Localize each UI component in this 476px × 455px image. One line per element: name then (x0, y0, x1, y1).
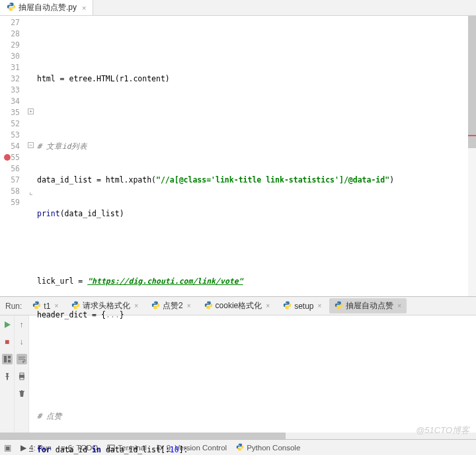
python-file-icon (7, 2, 16, 13)
stop-icon[interactable]: ■ (2, 337, 13, 347)
code-area[interactable]: html = etree.HTML(r1.content) # 文章id列表 d… (36, 16, 476, 296)
run-toolbar-right: ↑ ↓ (15, 315, 29, 439)
svg-rect-2 (8, 360, 11, 362)
up-icon[interactable]: ↑ (17, 319, 27, 330)
fold-toggle[interactable]: − (28, 142, 34, 148)
scrollbar-breakpoint-mark (468, 135, 476, 136)
run-icon[interactable] (2, 319, 13, 330)
editor-tab-bar: 抽屉自动点赞.py × (0, 0, 476, 16)
horizontal-scrollbar[interactable] (0, 433, 476, 439)
close-icon[interactable]: × (82, 4, 86, 12)
down-icon[interactable]: ↓ (17, 337, 27, 347)
layout-icon[interactable] (2, 354, 13, 364)
wrap-icon[interactable] (17, 354, 27, 364)
scrollbar-thumb[interactable] (0, 433, 286, 439)
svg-rect-4 (20, 373, 24, 375)
pin-icon[interactable] (2, 371, 13, 382)
vertical-scrollbar[interactable] (468, 16, 476, 296)
line-gutter: 2728293031323334355253545556575859 (0, 16, 28, 296)
run-toolbar-left: ■ (0, 315, 15, 439)
print-icon[interactable] (17, 371, 27, 382)
run-label: Run: (5, 302, 22, 311)
breakpoint-icon[interactable] (4, 154, 11, 161)
fold-column: +− (28, 16, 36, 296)
show-panel-icon[interactable]: ▣ (4, 443, 11, 452)
svg-rect-0 (4, 356, 7, 362)
editor-tab[interactable]: 抽屉自动点赞.py × (0, 0, 93, 15)
trash-icon[interactable] (17, 388, 27, 399)
scrollbar-thumb[interactable] (468, 16, 476, 148)
fold-toggle[interactable]: + (28, 108, 34, 114)
editor-tab-label: 抽屉自动点赞.py (19, 2, 77, 13)
code-editor[interactable]: 2728293031323334355253545556575859 +− ht… (0, 16, 476, 296)
svg-rect-1 (8, 356, 11, 358)
svg-rect-5 (20, 378, 24, 380)
